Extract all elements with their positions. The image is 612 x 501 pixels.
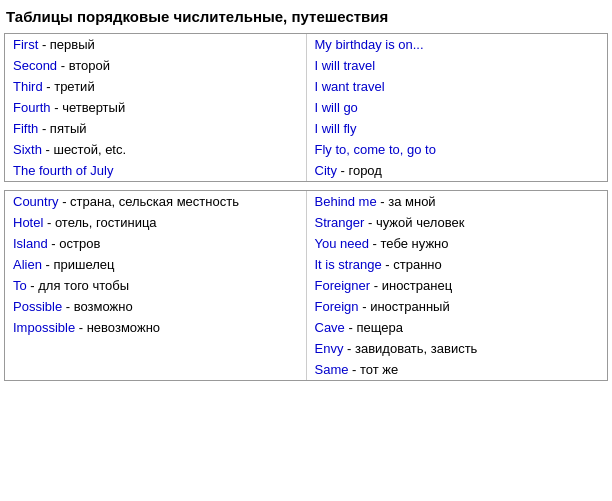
english-term: Stranger <box>315 215 365 230</box>
english-term: Envy <box>315 341 344 356</box>
table-row: The fourth of JulyCity - город <box>5 160 607 181</box>
left-cell: Possible - возможно <box>5 296 306 317</box>
russian-term: - отель, гостиница <box>43 215 156 230</box>
english-term: Behind me <box>315 194 377 209</box>
english-term: I will travel <box>315 58 376 73</box>
right-cell: You need - тебе нужно <box>306 233 607 254</box>
russian-term: - второй <box>57 58 110 73</box>
left-cell: Island - остров <box>5 233 306 254</box>
russian-term: - возможно <box>62 299 132 314</box>
english-term: Impossible <box>13 320 75 335</box>
english-term: First <box>13 37 38 52</box>
left-cell <box>5 338 306 359</box>
russian-term: - тебе нужно <box>369 236 449 251</box>
table-row: Fifth - пятыйI will fly <box>5 118 607 139</box>
table-row: First - первыйMy birthday is on... <box>5 34 607 55</box>
english-term: The fourth of July <box>13 163 113 178</box>
english-term: City <box>315 163 337 178</box>
russian-term: - страна, сельская местность <box>59 194 239 209</box>
russian-term: - странно <box>382 257 442 272</box>
russian-term: - город <box>337 163 382 178</box>
english-term: Island <box>13 236 48 251</box>
russian-term: - первый <box>38 37 95 52</box>
right-cell: Fly to, come to, go to <box>306 139 607 160</box>
english-term: Same <box>315 362 349 377</box>
english-term: I will fly <box>315 121 357 136</box>
english-term: Alien <box>13 257 42 272</box>
left-cell: First - первый <box>5 34 306 55</box>
english-term: Fly to, come to, go to <box>315 142 436 157</box>
table-row: Possible - возможноForeign - иностранный <box>5 296 607 317</box>
russian-term: - невозможно <box>75 320 160 335</box>
table-row: Third - третийI want travel <box>5 76 607 97</box>
right-cell: I will go <box>306 97 607 118</box>
right-cell: I want travel <box>306 76 607 97</box>
english-term: Fourth <box>13 100 51 115</box>
english-term: Second <box>13 58 57 73</box>
left-cell: Alien - пришелец <box>5 254 306 275</box>
table1-container: First - первыйMy birthday is on...Second… <box>4 33 608 182</box>
right-cell: I will travel <box>306 55 607 76</box>
table-row: Island - островYou need - тебе нужно <box>5 233 607 254</box>
table-row: Envy - завидовать, зависть <box>5 338 607 359</box>
table-row: Sixth - шестой, etc.Fly to, come to, go … <box>5 139 607 160</box>
table-row: To - для того чтобыForeigner - иностране… <box>5 275 607 296</box>
table-row: Same - тот же <box>5 359 607 380</box>
english-term: I want travel <box>315 79 385 94</box>
right-cell: My birthday is on... <box>306 34 607 55</box>
table-row: Impossible - невозможноCave - пещера <box>5 317 607 338</box>
right-cell: City - город <box>306 160 607 181</box>
left-cell: Third - третий <box>5 76 306 97</box>
english-term: Foreigner <box>315 278 371 293</box>
left-cell: Hotel - отель, гостиница <box>5 212 306 233</box>
english-term: Country <box>13 194 59 209</box>
table-row: Fourth - четвертыйI will go <box>5 97 607 118</box>
english-term: You need <box>315 236 369 251</box>
russian-term: - пришелец <box>42 257 115 272</box>
left-cell: Country - страна, сельская местность <box>5 191 306 212</box>
left-cell: Fifth - пятый <box>5 118 306 139</box>
russian-term: - тот же <box>348 362 398 377</box>
english-term: Foreign <box>315 299 359 314</box>
russian-term: - третий <box>43 79 95 94</box>
left-cell: The fourth of July <box>5 160 306 181</box>
right-cell: Behind me - за мной <box>306 191 607 212</box>
russian-term: - за мной <box>377 194 436 209</box>
right-cell: Stranger - чужой человек <box>306 212 607 233</box>
english-term: Possible <box>13 299 62 314</box>
right-cell: Foreign - иностранный <box>306 296 607 317</box>
table-row: Second - второйI will travel <box>5 55 607 76</box>
english-term: To <box>13 278 27 293</box>
left-cell <box>5 359 306 380</box>
table-row: Hotel - отель, гостиницаStranger - чужой… <box>5 212 607 233</box>
english-term: Sixth <box>13 142 42 157</box>
right-cell: Same - тот же <box>306 359 607 380</box>
english-term: Cave <box>315 320 345 335</box>
right-cell: It is strange - странно <box>306 254 607 275</box>
table2: Country - страна, сельская местностьBehi… <box>5 191 607 380</box>
english-term: Hotel <box>13 215 43 230</box>
russian-term: - для того чтобы <box>27 278 129 293</box>
russian-term: - иностранец <box>370 278 452 293</box>
left-cell: Sixth - шестой, etc. <box>5 139 306 160</box>
right-cell: Envy - завидовать, зависть <box>306 338 607 359</box>
russian-term: - пещера <box>345 320 403 335</box>
english-term: I will go <box>315 100 358 115</box>
table-row: Alien - пришелецIt is strange - странно <box>5 254 607 275</box>
russian-term: - шестой, etc. <box>42 142 126 157</box>
left-cell: To - для того чтобы <box>5 275 306 296</box>
english-term: It is strange <box>315 257 382 272</box>
russian-term: - чужой человек <box>364 215 464 230</box>
russian-term: - остров <box>48 236 101 251</box>
english-term: Fifth <box>13 121 38 136</box>
right-cell: Cave - пещера <box>306 317 607 338</box>
table1: First - первыйMy birthday is on...Second… <box>5 34 607 181</box>
right-cell: I will fly <box>306 118 607 139</box>
right-cell: Foreigner - иностранец <box>306 275 607 296</box>
left-cell: Impossible - невозможно <box>5 317 306 338</box>
table-row: Country - страна, сельская местностьBehi… <box>5 191 607 212</box>
english-term: My birthday is on... <box>315 37 424 52</box>
english-term: Third <box>13 79 43 94</box>
russian-term: - завидовать, зависть <box>343 341 477 356</box>
left-cell: Fourth - четвертый <box>5 97 306 118</box>
